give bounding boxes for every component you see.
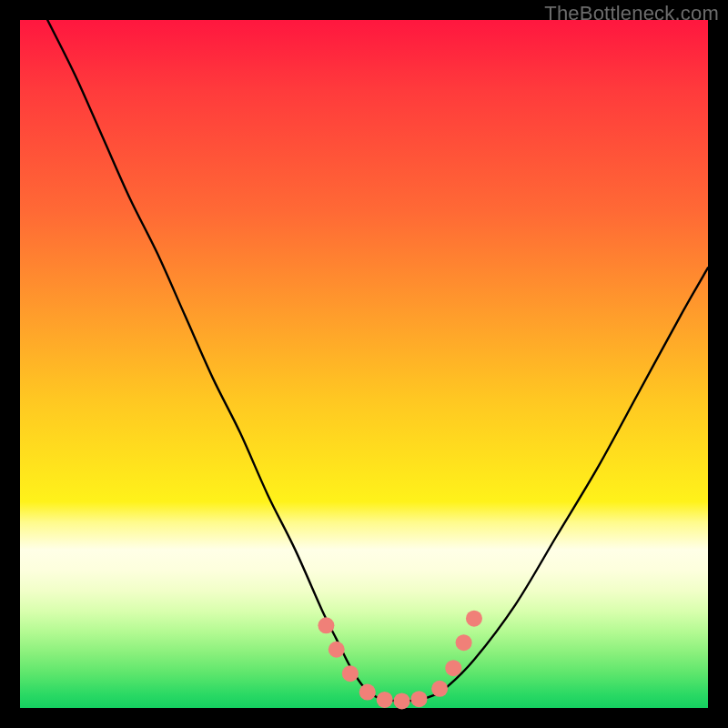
curve-marker: [318, 617, 334, 633]
curve-markers: [318, 611, 482, 710]
curve-marker: [377, 692, 393, 708]
curve-marker: [456, 634, 472, 651]
chart-container: TheBottleneck.com: [0, 0, 728, 728]
curve-marker: [342, 665, 359, 682]
curve-marker: [431, 681, 448, 697]
plot-area: [20, 20, 708, 708]
watermark-text: TheBottleneck.com: [544, 2, 719, 25]
curve-marker: [410, 691, 427, 707]
curve-marker: [359, 684, 376, 701]
bottleneck-curve-svg: [20, 20, 708, 708]
curve-marker: [445, 660, 461, 676]
curve-marker: [329, 642, 345, 658]
curve-marker: [394, 693, 410, 709]
bottleneck-curve-path: [47, 20, 708, 702]
curve-marker: [466, 611, 482, 627]
